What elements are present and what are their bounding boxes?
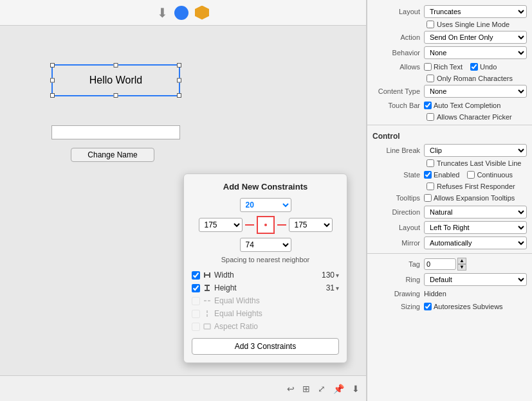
- autoresizes-label: Autoresizes Subviews: [434, 303, 503, 310]
- tag-input[interactable]: [424, 258, 456, 270]
- divider-1: [367, 125, 532, 125]
- equal-widths-checkbox[interactable]: [192, 297, 200, 305]
- tag-stepper[interactable]: ▲ ▼: [457, 258, 466, 271]
- right-constraint-select[interactable]: 175: [289, 218, 333, 232]
- refuses-first-row: Refuses First Responder: [367, 181, 532, 192]
- behavior-label: Behavior: [372, 49, 424, 57]
- svg-rect-5: [205, 290, 210, 291]
- sizing-row: Sizing Autoresizes Subviews: [367, 300, 532, 313]
- canvas-content: Hello World Change Name Add New Constrai…: [0, 26, 366, 375]
- undo-icon[interactable]: ↩: [287, 384, 295, 394]
- layout-dir-label: Layout: [372, 224, 424, 231]
- drawing-row: Drawing Hidden: [367, 287, 532, 300]
- single-line-checkbox[interactable]: [427, 21, 434, 28]
- height-value: 31: [326, 283, 335, 292]
- handle-ml[interactable]: [50, 78, 55, 83]
- handle-mr[interactable]: [177, 78, 181, 83]
- align-icon[interactable]: ⊞: [302, 384, 310, 394]
- content-type-select[interactable]: None: [424, 85, 527, 98]
- action-select[interactable]: Send On Enter Only: [424, 31, 527, 44]
- handle-bl[interactable]: [50, 93, 55, 98]
- change-name-button[interactable]: Change Name: [71, 148, 154, 162]
- layout-dir-select[interactable]: Left To Right: [424, 221, 527, 234]
- line-break-label: Line Break: [372, 147, 424, 154]
- svg-rect-8: [206, 310, 208, 313]
- svg-rect-1: [204, 272, 205, 278]
- line-break-select[interactable]: Clip: [424, 144, 527, 157]
- handle-tm[interactable]: [114, 63, 118, 67]
- undo-label: Undo: [480, 63, 497, 71]
- enabled-checkbox[interactable]: [424, 171, 432, 179]
- aspect-ratio-label: Aspect Ratio: [214, 322, 339, 331]
- height-checkbox[interactable]: [192, 284, 200, 292]
- direction-label: Direction: [372, 208, 424, 216]
- middle-constraint-row: 175 175: [192, 216, 339, 234]
- canvas-text-input[interactable]: [51, 125, 180, 139]
- direction-select[interactable]: Natural: [424, 206, 527, 218]
- behavior-row: Behavior None: [367, 45, 532, 60]
- equal-heights-label: Equal Heights: [214, 309, 339, 318]
- selected-textfield[interactable]: Hello World: [51, 64, 180, 96]
- expansion-tooltips-checkbox[interactable]: [424, 194, 432, 202]
- auto-text-checkbox[interactable]: [424, 102, 432, 109]
- add-constraints-button[interactable]: Add 3 Constraints: [192, 338, 339, 355]
- char-picker-checkbox[interactable]: [427, 113, 434, 121]
- resize-icon[interactable]: ⤢: [318, 384, 326, 394]
- svg-rect-9: [206, 314, 208, 317]
- equal-widths-icon: [203, 296, 212, 305]
- aspect-ratio-checkbox[interactable]: [192, 323, 200, 331]
- enabled-label: Enabled: [434, 171, 459, 179]
- height-label: Height: [214, 283, 326, 292]
- undo-checkbox[interactable]: [470, 63, 478, 71]
- continuous-checkbox[interactable]: [467, 171, 475, 179]
- rich-text-checkbox[interactable]: [424, 63, 432, 71]
- height-constraint-row: Height 31 ▾: [192, 283, 339, 293]
- handle-bm[interactable]: [114, 93, 118, 98]
- handle-br[interactable]: [177, 93, 181, 98]
- allows-checkboxes: Rich Text Undo: [424, 63, 527, 71]
- tooltips-label: Tooltips: [372, 194, 424, 202]
- drawing-value: Hidden: [424, 290, 527, 298]
- equal-widths-label: Equal Widths: [214, 296, 339, 305]
- refuses-first-checkbox[interactable]: [427, 183, 434, 190]
- tooltips-row: Tooltips Allows Expansion Tooltips: [367, 192, 532, 204]
- top-constraint-select[interactable]: 20: [240, 198, 291, 212]
- left-constraint-select[interactable]: 175: [199, 218, 243, 232]
- touch-bar-label: Touch Bar: [372, 102, 424, 109]
- content-type-row: Content Type None: [367, 84, 532, 99]
- width-constraint-row: Width 130 ▾: [192, 270, 339, 280]
- aspect-ratio-icon: [203, 322, 212, 331]
- bottom-constraint-select[interactable]: 74: [240, 238, 291, 252]
- equal-widths-row: Equal Widths: [192, 296, 339, 306]
- svg-rect-4: [205, 285, 210, 286]
- svg-rect-10: [204, 324, 210, 329]
- hex-icon: [195, 6, 209, 20]
- equal-heights-checkbox[interactable]: [192, 310, 200, 318]
- allows-label: Allows: [372, 63, 424, 71]
- expansion-tooltips-label: Allows Expansion Tooltips: [434, 194, 515, 202]
- tag-stepper-up[interactable]: ▲: [457, 258, 466, 264]
- line-break-row: Line Break Clip: [367, 143, 532, 158]
- direction-row: Direction Natural: [367, 204, 532, 220]
- ring-select[interactable]: Default: [424, 273, 527, 286]
- behavior-select[interactable]: None: [424, 46, 527, 59]
- auto-text-label: Auto Text Completion: [434, 102, 500, 109]
- action-row: Action Send On Enter Only: [367, 30, 532, 45]
- pin-icon[interactable]: 📌: [333, 384, 344, 394]
- handle-tr[interactable]: [177, 63, 181, 67]
- autoresizes-checkbox[interactable]: [424, 303, 432, 310]
- bottom-constraint-row: 74: [192, 238, 339, 252]
- width-checkbox[interactable]: [192, 271, 200, 280]
- layout-select[interactable]: Truncates: [424, 5, 527, 18]
- tag-stepper-down[interactable]: ▼: [457, 264, 466, 271]
- mirror-row: Mirror Automatically: [367, 235, 532, 251]
- h-line-right: [277, 224, 286, 226]
- handle-tl[interactable]: [50, 63, 55, 67]
- roman-chars-checkbox[interactable]: [427, 75, 434, 82]
- hello-world-label: Hello World: [89, 75, 142, 86]
- truncates-last-checkbox[interactable]: [427, 159, 434, 167]
- tag-label: Tag: [372, 260, 424, 268]
- mirror-select[interactable]: Automatically: [424, 236, 527, 249]
- truncates-last-row: Truncates Last Visible Line: [367, 158, 532, 168]
- export-icon[interactable]: ⬇: [352, 384, 360, 394]
